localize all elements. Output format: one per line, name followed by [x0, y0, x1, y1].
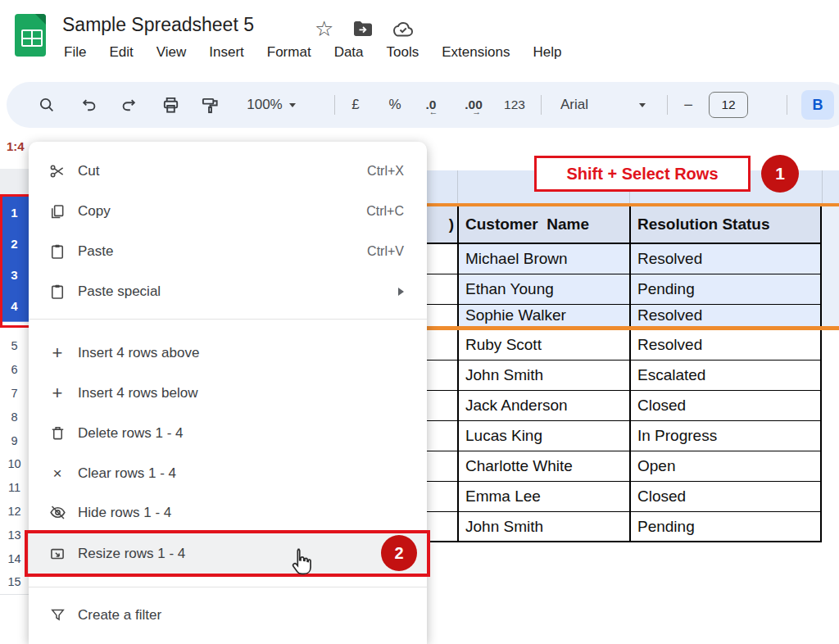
print-icon[interactable]	[156, 82, 185, 128]
search-icon[interactable]	[31, 82, 62, 128]
cell-resolution-status[interactable]: Escalated	[629, 361, 822, 390]
row-header-4[interactable]: 4	[0, 290, 29, 322]
cell-customer-name[interactable]: Lucas King	[457, 421, 629, 451]
row-header-1[interactable]: 1	[0, 197, 29, 229]
cell[interactable]	[426, 391, 457, 420]
cell[interactable]	[426, 482, 457, 511]
row-header-5[interactable]: 5	[0, 334, 29, 359]
menu-extensions[interactable]: Extensions	[442, 44, 510, 61]
column-divider	[457, 170, 458, 203]
menu-format[interactable]: Format	[267, 44, 311, 61]
app-header: Sample Spreadsheet 5 ☆ File Edit View In…	[0, 0, 839, 79]
menu-file[interactable]: File	[64, 44, 86, 61]
row-header-7[interactable]: 7	[0, 382, 29, 406]
more-formats-button[interactable]: 123	[495, 82, 534, 128]
sheets-logo-icon[interactable]	[15, 14, 46, 57]
row-header-8[interactable]: 8	[0, 405, 29, 429]
percent-format-button[interactable]: %	[379, 82, 410, 128]
cell-customer-name[interactable]: John Smith	[457, 512, 629, 541]
cell[interactable]	[426, 330, 457, 360]
menu-help[interactable]: Help	[533, 44, 561, 61]
name-box[interactable]: 1:4	[7, 139, 25, 153]
increase-decimal-button[interactable]: .00→	[456, 82, 492, 128]
menu-item-paste[interactable]: Paste Ctrl+V	[29, 231, 427, 271]
menu-item-clear-rows[interactable]: × Clear rows 1 - 4	[29, 453, 427, 493]
cell[interactable]	[426, 305, 457, 326]
menu-insert[interactable]: Insert	[209, 44, 244, 61]
document-title[interactable]: Sample Spreadsheet 5	[62, 14, 254, 36]
currency-format-button[interactable]: £	[341, 82, 370, 128]
cell[interactable]	[426, 512, 457, 541]
cell[interactable]	[426, 451, 457, 481]
cell-customer-name[interactable]: Ethan Young	[457, 274, 629, 304]
menu-item-copy[interactable]: Copy Ctrl+C	[29, 191, 427, 231]
cell-customer-name[interactable]: Jack Anderson	[457, 391, 629, 420]
table-row: John Smith Pending	[426, 512, 822, 542]
row-header-3[interactable]: 3	[0, 259, 29, 291]
cell-customer-name[interactable]: Sophie Walker	[457, 305, 629, 326]
column-header-customer-name[interactable]: Customer Name	[457, 206, 629, 243]
undo-icon[interactable]	[75, 82, 103, 128]
table-row: Charlotte White Open	[426, 451, 822, 482]
bold-button[interactable]: B	[798, 82, 837, 128]
menu-item-hide-rows[interactable]: Hide rows 1 - 4	[29, 492, 427, 533]
cell-resolution-status[interactable]: Open	[629, 451, 822, 481]
menu-item-cut[interactable]: Cut Ctrl+X	[29, 151, 427, 191]
menu-edit[interactable]: Edit	[109, 44, 133, 61]
cell-customer-name[interactable]: Emma Lee	[457, 482, 629, 511]
cell-customer-name[interactable]: Ruby Scott	[457, 330, 629, 360]
font-size-field[interactable]: 12	[708, 82, 749, 128]
menu-item-delete-rows[interactable]: Delete rows 1 - 4	[29, 413, 427, 453]
toolbar-divider	[541, 95, 542, 115]
paint-format-icon[interactable]	[195, 82, 224, 128]
cell-resolution-status[interactable]: Resolved	[629, 305, 822, 326]
menu-item-insert-rows-above[interactable]: + Insert 4 rows above	[29, 333, 427, 373]
cell-resolution-status[interactable]: Pending	[629, 512, 822, 541]
table-row: Emma Lee Closed	[426, 482, 822, 512]
toolbar-divider	[667, 95, 668, 115]
menu-tools[interactable]: Tools	[387, 44, 420, 61]
column-header-resolution-status[interactable]: Resolution Status	[629, 206, 822, 243]
cell-customer-name[interactable]: Michael Brown	[457, 244, 629, 274]
menu-view[interactable]: View	[156, 44, 187, 61]
move-folder-icon[interactable]	[352, 20, 374, 41]
decrease-font-size-button[interactable]: −	[675, 82, 701, 128]
cell[interactable]	[426, 244, 457, 274]
increase-font-size-button[interactable]	[754, 82, 780, 128]
row-header-6[interactable]: 6	[0, 358, 29, 383]
zoom-select[interactable]: 100%	[234, 82, 308, 128]
menu-item-insert-rows-below[interactable]: + Insert 4 rows below	[29, 373, 427, 413]
cell[interactable]	[426, 274, 457, 304]
row-header-11[interactable]: 11	[0, 476, 29, 501]
cloud-saved-icon[interactable]	[392, 21, 415, 41]
toolbar-divider	[334, 95, 335, 115]
font-family-select[interactable]: Arial	[551, 82, 664, 128]
cell-resolution-status[interactable]: Closed	[629, 391, 822, 420]
row-header-9[interactable]: 9	[0, 429, 29, 453]
menu-item-create-filter[interactable]: Create a filter	[29, 595, 427, 635]
cell-resolution-status[interactable]: In Progress	[629, 421, 822, 451]
partial-column-header[interactable]: )	[426, 206, 457, 243]
menu-item-paste-special[interactable]: Paste special	[29, 271, 427, 311]
star-icon[interactable]: ☆	[315, 18, 333, 39]
cell-resolution-status[interactable]: Closed	[629, 482, 822, 511]
cell-resolution-status[interactable]: Resolved	[629, 330, 822, 360]
cell-customer-name[interactable]: John Smith	[457, 361, 629, 390]
cell-customer-name[interactable]: Charlotte White	[457, 451, 629, 481]
annotation-resize-outline	[25, 530, 430, 577]
sheet-corner-box[interactable]	[0, 169, 29, 199]
copy-icon	[48, 202, 66, 220]
cell[interactable]	[426, 421, 457, 451]
decrease-decimal-button[interactable]: .0←	[415, 82, 447, 128]
menu-data[interactable]: Data	[334, 44, 364, 61]
cell-resolution-status[interactable]: Resolved	[629, 244, 822, 274]
redo-icon[interactable]	[115, 82, 143, 128]
menu-divider	[29, 587, 427, 587]
cell[interactable]	[426, 361, 457, 390]
row-header-12[interactable]: 12	[0, 500, 29, 524]
cell-resolution-status[interactable]: Pending	[629, 274, 822, 304]
submenu-arrow-icon	[398, 288, 404, 296]
row-header-10[interactable]: 10	[0, 452, 29, 477]
plus-icon: +	[48, 344, 66, 362]
row-header-2[interactable]: 2	[0, 228, 29, 260]
